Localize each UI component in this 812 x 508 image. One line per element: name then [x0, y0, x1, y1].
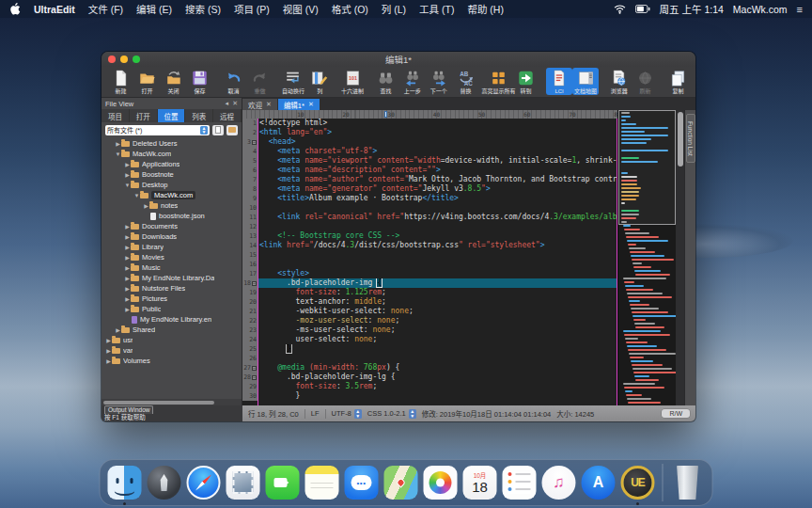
fold-marker-icon[interactable]: −	[252, 281, 257, 286]
tree-item[interactable]: My EndNote Library.en	[102, 314, 242, 325]
tree-item[interactable]: boostnote.json	[102, 211, 242, 221]
chevron-right-icon[interactable]: ▶	[124, 285, 131, 292]
toolbar-column-button[interactable]: 列	[306, 68, 333, 95]
function-list-tab[interactable]: Function List	[684, 110, 695, 405]
toolbar-new-file-button[interactable]: 新建	[107, 68, 133, 95]
browse-folder-button[interactable]	[226, 125, 238, 135]
toolbar-replace-button[interactable]: ABAC替换	[452, 68, 478, 95]
file-view-tab-打开[interactable]: 打开	[130, 109, 158, 122]
toolbar-browser-button[interactable]: 浏览器	[605, 68, 632, 95]
status-syntax[interactable]: CSS 1.0-2.1 ▲▼	[367, 409, 416, 419]
editor-vscrollbar[interactable]	[676, 110, 684, 405]
dock-icon-maps[interactable]	[383, 465, 419, 500]
chevron-down-icon[interactable]: ▼	[133, 193, 140, 198]
chevron-right-icon[interactable]: ▶	[124, 161, 131, 167]
chevron-down-icon[interactable]: ▼	[124, 183, 131, 188]
menu-item-0[interactable]: 文件 (F)	[88, 2, 123, 16]
chevron-right-icon[interactable]: ▶	[105, 347, 112, 354]
chevron-right-icon[interactable]: ▶	[143, 202, 149, 209]
chevron-right-icon[interactable]: ▶	[124, 254, 131, 261]
dock-icon-notes[interactable]	[304, 465, 340, 500]
menu-item-8[interactable]: 帮助 (H)	[467, 2, 504, 16]
toolbar-save-button[interactable]: 保存	[187, 68, 213, 95]
dock-icon-mail[interactable]	[226, 465, 261, 500]
menu-item-5[interactable]: 格式 (O)	[332, 2, 368, 16]
toolbar-find-button[interactable]: 查找	[372, 68, 398, 95]
document-map[interactable]	[617, 110, 676, 405]
chevron-right-icon[interactable]: ▶	[105, 357, 112, 364]
file-filter-select[interactable]: 所有文件 (*) ▲▼	[105, 125, 210, 135]
tree-item[interactable]: ▼Desktop	[102, 180, 242, 190]
chevron-right-icon[interactable]: ▶	[115, 140, 121, 147]
tree-item[interactable]: ▼MacWk.com	[102, 190, 242, 200]
editor-tab-欢迎[interactable]: 欢迎✕	[242, 99, 277, 110]
dock-icon-itunes[interactable]: ♫	[541, 465, 577, 500]
toolbar-doc-map-button[interactable]: 文档地图	[572, 68, 599, 95]
toolbar-copy-button[interactable]: 复制	[665, 68, 692, 95]
chevron-right-icon[interactable]: ▶	[124, 306, 131, 312]
zoom-window-button[interactable]	[133, 56, 140, 63]
menu-app-name[interactable]: UltraEdit	[34, 4, 75, 15]
chevron-down-icon[interactable]: ▼	[115, 151, 121, 157]
tree-item[interactable]: ▶Boostnote	[102, 169, 242, 180]
menu-item-2[interactable]: 搜索 (S)	[185, 2, 221, 16]
tree-item[interactable]: ▶Library	[102, 242, 242, 252]
toolbar-open-folder-button[interactable]: 打开	[133, 68, 160, 95]
tree-item[interactable]: ▶Movies	[102, 252, 242, 262]
tree-item[interactable]: ▶Public	[102, 304, 242, 314]
encoding-stepper-icon[interactable]: ▲▼	[354, 409, 362, 419]
fold-marker-icon[interactable]: −	[252, 366, 257, 371]
chevron-right-icon[interactable]: ▶	[124, 264, 131, 271]
menu-clock[interactable]: 周五 上午 1:14	[660, 2, 724, 16]
menu-item-4[interactable]: 视图 (V)	[283, 2, 319, 16]
menu-user[interactable]: MacWk.com	[733, 4, 788, 15]
tree-item[interactable]: ▶notes	[102, 200, 242, 211]
dock-icon-ultraedit[interactable]: UE	[620, 465, 656, 500]
chevron-right-icon[interactable]: ▶	[124, 295, 131, 302]
dock-icon-launchpad[interactable]	[147, 465, 182, 500]
chevron-right-icon[interactable]: ▶	[124, 171, 131, 178]
menu-item-6[interactable]: 列 (L)	[382, 2, 406, 16]
file-view-tab-项目[interactable]: 项目	[102, 109, 130, 122]
chevron-right-icon[interactable]: ▶	[124, 223, 131, 230]
code-editor[interactable]: 1<!doctype html>2<html lang="en">3− <hea…	[242, 119, 617, 405]
tree-item[interactable]: ▶Deleted Users	[102, 138, 242, 149]
menu-item-3[interactable]: 项目 (P)	[234, 2, 270, 16]
new-filter-button[interactable]	[212, 125, 224, 135]
dock-icon-trash[interactable]	[670, 465, 706, 500]
chevron-right-icon[interactable]: ▶	[105, 337, 112, 343]
document-map-viewport[interactable]	[618, 110, 676, 225]
chevron-right-icon[interactable]: ▶	[124, 233, 131, 240]
file-view-tab-远程[interactable]: 远程	[213, 109, 242, 122]
tree-item[interactable]: ▶My EndNote Library.Da	[102, 273, 242, 283]
menu-item-7[interactable]: 工具 (T)	[419, 2, 454, 16]
toolbar-hex-button[interactable]: 101十六进制	[339, 68, 366, 95]
editor-tab-编辑1*[interactable]: 编辑1*✕	[278, 99, 320, 110]
tree-item[interactable]: ▶Music	[102, 262, 242, 273]
chevron-right-icon[interactable]: ▶	[124, 244, 131, 250]
dock-icon-messages[interactable]: •••	[344, 465, 380, 500]
tree-item[interactable]: ▶Volumes	[102, 356, 242, 366]
chevron-right-icon[interactable]: ▶	[115, 326, 121, 333]
dock-icon-calendar[interactable]: 10月18	[462, 465, 498, 500]
tree-item[interactable]: ▶Nutstore Files	[102, 283, 242, 294]
toolbar-find-next-button[interactable]: 下一个	[426, 68, 452, 95]
window-titlebar[interactable]: 编辑1*	[102, 52, 695, 67]
dock-icon-finder[interactable]	[107, 465, 143, 500]
tree-item[interactable]: ▶Shared	[102, 325, 242, 335]
toolbar-find-prev-button[interactable]: 上一步	[399, 68, 426, 95]
panel-close-icon[interactable]: ✕	[232, 100, 238, 107]
minimize-window-button[interactable]	[120, 56, 128, 63]
status-line-ending[interactable]: LF	[311, 409, 320, 418]
menu-item-1[interactable]: 编辑 (E)	[136, 2, 172, 16]
dock-icon-safari[interactable]	[186, 465, 222, 500]
close-window-button[interactable]	[108, 56, 116, 63]
fold-marker-icon[interactable]: −	[252, 375, 257, 380]
wifi-icon[interactable]	[614, 5, 626, 14]
close-tab-icon[interactable]: ✕	[266, 101, 272, 108]
notification-center-icon[interactable]: ≡	[797, 4, 803, 15]
dock-icon-reminders[interactable]	[502, 465, 538, 500]
toolbar-undo-button[interactable]: 取消	[220, 68, 246, 95]
toolbar-highlight-all-button[interactable]: 高亮显示所有	[485, 68, 512, 95]
status-encoding[interactable]: UTF-8 ▲▼	[332, 409, 362, 419]
